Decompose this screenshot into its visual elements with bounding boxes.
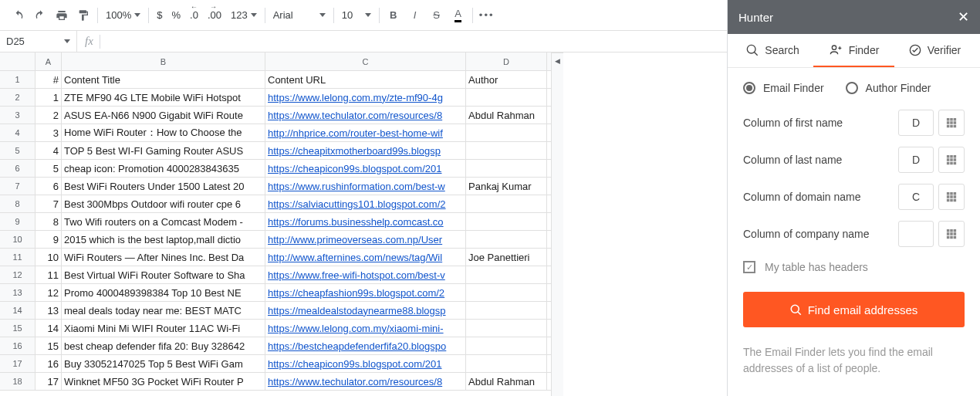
- cell[interactable]: https://www.lelong.com.my/xiaomi-mini-: [265, 320, 466, 337]
- cell[interactable]: WiFi Routers — After Nines Inc. Best Da: [62, 249, 265, 266]
- cell[interactable]: [466, 337, 547, 354]
- cell[interactable]: [466, 302, 547, 319]
- cell[interactable]: ZTE MF90 4G LTE Mobile WiFi Hotspot: [62, 89, 265, 106]
- text-color-button[interactable]: A: [448, 5, 469, 26]
- tab-finder[interactable]: Finder: [813, 34, 894, 67]
- cell[interactable]: [466, 266, 547, 283]
- picker-domain[interactable]: [938, 184, 965, 210]
- cell[interactable]: 4: [35, 142, 62, 159]
- cell[interactable]: 2015 which is the best laptop,mall dicti…: [62, 231, 265, 248]
- row-header[interactable]: 18: [0, 373, 35, 390]
- cell[interactable]: 16: [35, 355, 62, 372]
- cell[interactable]: https://salviacuttings101.blogspot.com/2: [265, 195, 466, 212]
- radio-email-finder[interactable]: Email Finder: [743, 82, 824, 94]
- cell[interactable]: Author: [466, 71, 547, 88]
- cell[interactable]: 17: [35, 373, 62, 390]
- cell[interactable]: http://nhprice.com/router-best-home-wif: [265, 124, 466, 141]
- percent-button[interactable]: %: [167, 5, 185, 26]
- cell[interactable]: 7: [35, 195, 62, 212]
- tab-search[interactable]: Search: [732, 34, 813, 67]
- decrease-decimal-button[interactable]: ←.0: [185, 5, 203, 26]
- redo-button[interactable]: [29, 5, 51, 26]
- cell[interactable]: https://cheapicon99s.blogspot.com/201: [265, 355, 466, 372]
- cell[interactable]: 13: [35, 302, 62, 319]
- row-header[interactable]: 12: [0, 266, 35, 283]
- row-header[interactable]: 7: [0, 178, 35, 195]
- cell[interactable]: Abdul Rahman: [466, 107, 547, 124]
- cell[interactable]: 8: [35, 213, 62, 230]
- row-header[interactable]: 9: [0, 213, 35, 230]
- cell[interactable]: Best WiFi Routers Under 1500 Latest 20: [62, 178, 265, 195]
- name-box[interactable]: D25: [0, 31, 77, 52]
- cell[interactable]: http://www.afternines.com/news/tag/Wil: [265, 249, 466, 266]
- cell[interactable]: Promo 4000489398384 Top 10 Best NE: [62, 284, 265, 301]
- number-format-select[interactable]: 123: [226, 5, 262, 26]
- cell[interactable]: meal deals today near me: BEST MATC: [62, 302, 265, 319]
- cell[interactable]: [466, 213, 547, 230]
- cell[interactable]: [466, 195, 547, 212]
- row-header[interactable]: 14: [0, 302, 35, 319]
- cell[interactable]: [466, 355, 547, 372]
- cell[interactable]: https://cheapitxmotherboard99s.blogsp: [265, 142, 466, 159]
- cell[interactable]: [466, 284, 547, 301]
- cell[interactable]: [466, 231, 547, 248]
- cell[interactable]: https://cheapfashion99s.blogspot.com/2: [265, 284, 466, 301]
- italic-button[interactable]: I: [404, 5, 426, 26]
- font-select[interactable]: Arial: [269, 5, 330, 26]
- cell[interactable]: #: [35, 71, 62, 88]
- input-domain-column[interactable]: [898, 184, 934, 210]
- cell[interactable]: https://www.rushinformation.com/best-w: [265, 178, 466, 195]
- picker-first-name[interactable]: [938, 110, 965, 136]
- row-header[interactable]: 16: [0, 337, 35, 354]
- row-header[interactable]: 6: [0, 160, 35, 177]
- radio-author-finder[interactable]: Author Finder: [846, 82, 931, 94]
- picker-company[interactable]: [938, 221, 965, 247]
- cell[interactable]: Two Wifi routers on a Comcast Modem -: [62, 213, 265, 230]
- cell[interactable]: 6: [35, 178, 62, 195]
- cell[interactable]: https://www.techulator.com/resources/8: [265, 373, 466, 390]
- row-header[interactable]: 8: [0, 195, 35, 212]
- input-company-column[interactable]: [898, 221, 934, 247]
- cell[interactable]: https://www.free-wifi-hotspot.com/best-v: [265, 266, 466, 283]
- column-header-d[interactable]: D: [466, 52, 547, 70]
- print-button[interactable]: [51, 5, 73, 26]
- cell[interactable]: [466, 142, 547, 159]
- currency-button[interactable]: $: [152, 5, 167, 26]
- more-button[interactable]: •••: [476, 5, 498, 26]
- cell[interactable]: https://mealdealstodaynearme88.blogsp: [265, 302, 466, 319]
- cell[interactable]: 11: [35, 266, 62, 283]
- cell[interactable]: [466, 160, 547, 177]
- cell[interactable]: Joe Panettieri: [466, 249, 547, 266]
- cell[interactable]: [466, 89, 547, 106]
- column-header-c[interactable]: C: [265, 52, 466, 70]
- column-header-b[interactable]: B: [62, 52, 265, 70]
- vertical-scrollbar[interactable]: ◀: [551, 52, 563, 396]
- cell[interactable]: Pankaj Kumar: [466, 178, 547, 195]
- checkbox-has-headers[interactable]: ✓ My table has headers: [743, 261, 965, 273]
- cell[interactable]: 9: [35, 231, 62, 248]
- cell[interactable]: 14: [35, 320, 62, 337]
- input-first-name-column[interactable]: [898, 110, 934, 136]
- font-size-select[interactable]: 10: [337, 5, 376, 26]
- row-header[interactable]: 10: [0, 231, 35, 248]
- cell[interactable]: 12: [35, 284, 62, 301]
- cell[interactable]: Winknet MF50 3G Pocket WiFi Router P: [62, 373, 265, 390]
- strikethrough-button[interactable]: S: [426, 5, 448, 26]
- cell[interactable]: Buy 33052147025 Top 5 Best WiFi Gam: [62, 355, 265, 372]
- row-header[interactable]: 4: [0, 124, 35, 141]
- paint-format-button[interactable]: [73, 5, 94, 26]
- cell[interactable]: https://cheapicon99s.blogspot.com/201: [265, 160, 466, 177]
- cell[interactable]: Xiaomi Mini Mi WIFI Router 11AC Wi-Fi: [62, 320, 265, 337]
- cell[interactable]: https://bestcheapdefenderfifa20.blogspo: [265, 337, 466, 354]
- cell[interactable]: 15: [35, 337, 62, 354]
- column-header-a[interactable]: A: [35, 52, 62, 70]
- row-header[interactable]: 3: [0, 107, 35, 124]
- increase-decimal-button[interactable]: →.00: [203, 5, 226, 26]
- row-header[interactable]: 11: [0, 249, 35, 266]
- cell[interactable]: best cheap defender fifa 20: Buy 328642: [62, 337, 265, 354]
- zoom-select[interactable]: 100%: [101, 5, 145, 26]
- row-header[interactable]: 5: [0, 142, 35, 159]
- cell[interactable]: [466, 124, 547, 141]
- row-header[interactable]: 1: [0, 71, 35, 88]
- cell[interactable]: Content Title: [62, 71, 265, 88]
